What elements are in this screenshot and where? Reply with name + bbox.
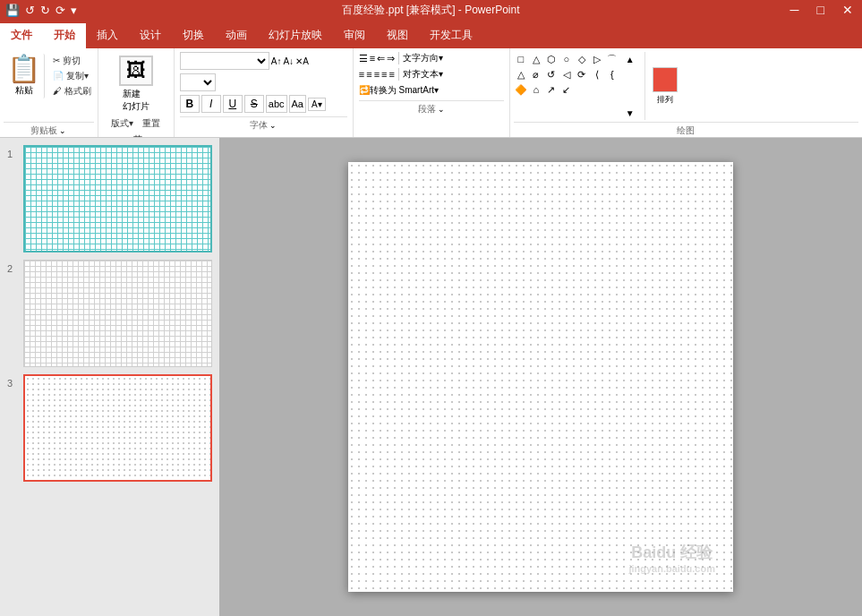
shape-scroll-up-icon[interactable]: ▲ [623, 52, 637, 66]
arrange-button[interactable]: 排列 [653, 94, 678, 106]
shape-icon[interactable]: { [605, 67, 619, 81]
tab-transitions[interactable]: 切换 [172, 23, 215, 48]
shape-icon[interactable]: ⌂ [529, 82, 543, 97]
slide-grid-pattern [348, 162, 733, 592]
tab-animations[interactable]: 动画 [215, 23, 258, 48]
convert-smartart-button[interactable]: 🔁转换为 SmartArt▾ [359, 84, 439, 97]
slide-number-1: 1 [7, 145, 18, 159]
align-center-button[interactable]: ≡ [366, 69, 371, 80]
shape-icon[interactable]: ⌒ [605, 52, 619, 66]
minimize-button[interactable]: ─ [781, 3, 808, 17]
shape-icon[interactable]: △ [514, 67, 528, 81]
decrease-indent-button[interactable]: ⇐ [377, 53, 385, 64]
format-painter-button[interactable]: 🖌 格式刷 [50, 84, 94, 98]
drawing-group: □ △ ⬡ ○ ◇ ▷ ⌒ △ ⌀ ↺ ◁ ⟳ ⟨ { [510, 48, 862, 137]
font-size-down-icon[interactable]: A↓ [283, 56, 294, 66]
font-color-button[interactable]: A▾ [308, 98, 326, 111]
tab-view[interactable]: 视图 [376, 23, 419, 48]
align-left-button[interactable]: ≡ [359, 69, 364, 80]
save-icon[interactable]: 💾 [4, 4, 21, 17]
redo-icon[interactable]: ↻ [38, 4, 52, 17]
more-qa-icon[interactable]: ▾ [69, 4, 79, 17]
maximize-button[interactable]: □ [808, 3, 833, 17]
numbering-button[interactable]: ≡ [370, 53, 375, 64]
close-button[interactable]: ✕ [833, 3, 862, 17]
tab-slideshow[interactable]: 幻灯片放映 [258, 23, 333, 48]
quick-access-toolbar: 💾 ↺ ↻ ⟳ ▾ [0, 0, 79, 20]
slide-item-2: 2 [7, 260, 212, 367]
bold-button[interactable]: B [180, 95, 200, 113]
new-slide-button[interactable]: 🖼 新建幻灯片 [115, 54, 157, 115]
shape-icon[interactable]: ⟳ [575, 67, 589, 81]
reset-button[interactable]: 重置 [140, 116, 163, 131]
clipboard-label: 剪贴板 [30, 124, 57, 137]
tab-review[interactable]: 审阅 [333, 23, 376, 48]
slide-item-1: 1 [7, 145, 212, 252]
shape-fill-color[interactable] [653, 67, 678, 92]
shape-icon[interactable]: ↙ [559, 82, 574, 97]
shape-icon[interactable]: □ [514, 52, 528, 66]
paste-button[interactable]: 📋 粘贴 [4, 54, 45, 98]
paragraph-expand-icon[interactable]: ⌄ [438, 105, 445, 114]
italic-button[interactable]: I [201, 95, 221, 113]
shape-icon[interactable]: △ [529, 52, 543, 66]
clipboard-expand-icon[interactable]: ⌄ [59, 126, 66, 135]
slides-panel: 1 2 3 [0, 138, 219, 616]
cut-button[interactable]: ✂ 剪切 [50, 54, 94, 68]
slide-number-2: 2 [7, 260, 18, 274]
align-text-button[interactable]: 对齐文本▾ [403, 68, 443, 81]
tab-design[interactable]: 设计 [129, 23, 172, 48]
slide-number-3: 3 [7, 374, 18, 389]
bullets-button[interactable]: ☰ [359, 53, 368, 64]
shape-icon[interactable]: ◇ [575, 52, 589, 66]
paragraph-label: 段落 [418, 103, 436, 116]
canvas-area[interactable]: Baidu 经验 jingyan.baidu.com [219, 138, 862, 616]
font-label: 字体 [250, 119, 268, 132]
strikethrough-button[interactable]: S [244, 95, 264, 113]
justify-button[interactable]: ≡ [381, 69, 387, 80]
increase-indent-button[interactable]: ⇒ [387, 53, 395, 64]
shape-icon[interactable]: ↗ [544, 82, 559, 97]
slide-thumb-3[interactable] [23, 374, 212, 482]
underline-button[interactable]: U [223, 95, 243, 113]
font-expand-icon[interactable]: ⌄ [269, 121, 277, 130]
align-right-button[interactable]: ≡ [374, 69, 380, 80]
drawing-label: 绘图 [677, 124, 695, 137]
tab-developer[interactable]: 开发工具 [419, 23, 483, 48]
shape-icon[interactable]: ⌀ [529, 67, 543, 81]
shape-icon[interactable]: ⬡ [544, 52, 559, 66]
slide-item-3: 3 [7, 374, 212, 482]
layout-button[interactable]: 版式▾ [108, 116, 136, 131]
text-case-button[interactable]: abc [266, 95, 287, 113]
shape-icon[interactable]: 🔶 [514, 82, 528, 97]
shape-icon[interactable]: ⟨ [590, 67, 604, 81]
copy-button[interactable]: 📄 复制▾ [50, 69, 94, 83]
shape-icon[interactable]: ↺ [544, 67, 559, 81]
shape-scroll-down-icon[interactable]: ▼ [623, 106, 637, 120]
distribute-button[interactable]: ≡ [388, 69, 394, 80]
clear-format-icon[interactable]: ✕A [295, 56, 309, 66]
undo-icon[interactable]: ↺ [23, 4, 37, 17]
tab-insert[interactable]: 插入 [86, 23, 129, 48]
font-family-select[interactable] [180, 52, 269, 70]
font-group: A↑ A↓ ✕A B I U S abc Aa A▾ 字体 ⌄ [175, 48, 354, 137]
paragraph-group: ☰ ≡ ⇐ ⇒ 文字方向▾ ≡ ≡ ≡ ≡ ≡ 对齐文本▾ 🔁转换为 Smart… [354, 48, 510, 137]
text-direction-button[interactable]: 文字方向▾ [403, 52, 443, 64]
shape-icon[interactable]: ▷ [590, 52, 604, 66]
clipboard-group: 📋 粘贴 ✂ 剪切 📄 复制▾ 🖌 格式刷 剪贴板 ⌄ [0, 48, 98, 137]
shape-icon[interactable]: ◁ [559, 67, 574, 81]
tab-home[interactable]: 开始 [43, 23, 86, 48]
slides-group: 🖼 新建幻灯片 版式▾ 重置 □ 节▾ 幻灯片 ⌄ [98, 48, 175, 137]
font-size-select[interactable] [180, 73, 216, 91]
title-text: 百度经验.ppt [兼容模式] - PowerPoint [342, 3, 519, 18]
slide-thumb-2[interactable] [23, 260, 212, 367]
font-size-aa-button[interactable]: Aa [289, 95, 306, 113]
repeat-icon[interactable]: ⟳ [54, 4, 67, 17]
shape-icon[interactable]: ○ [559, 52, 574, 66]
tab-file[interactable]: 文件 [0, 23, 43, 48]
font-size-up-icon[interactable]: A↑ [271, 56, 282, 66]
slide-thumb-1[interactable] [23, 145, 212, 252]
